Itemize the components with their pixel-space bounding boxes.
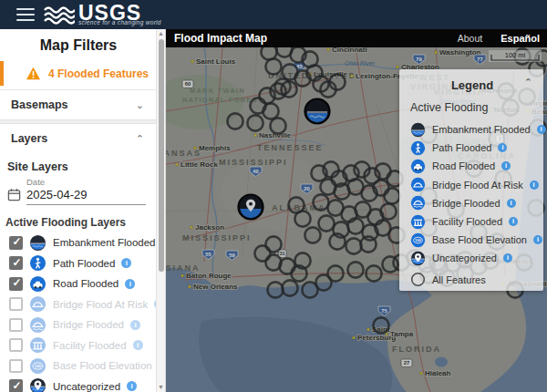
cluster-marker[interactable] [329, 74, 345, 89]
app-nav: AboutEspañol [458, 33, 540, 44]
svg-text:75: 75 [381, 308, 387, 314]
cluster-marker[interactable] [360, 236, 376, 252]
nav-link-espaol[interactable]: Español [501, 33, 540, 44]
svg-text:40: 40 [253, 169, 258, 174]
date-picker[interactable]: Date 2025-04-29 [0, 175, 157, 205]
usgs-tagline: science for a changing world [78, 19, 161, 26]
map-label: Memphis [199, 144, 231, 152]
scroll-up-icon[interactable]: ▲ [157, 29, 165, 38]
info-icon[interactable]: i [501, 161, 511, 170]
cluster-marker[interactable] [347, 262, 363, 277]
usgs-logo[interactable]: USGS science for a changing world [44, 4, 161, 26]
cluster-marker[interactable] [329, 233, 345, 249]
cluster-marker[interactable] [270, 118, 285, 133]
menu-icon[interactable] [16, 8, 35, 21]
cluster-marker[interactable] [227, 113, 243, 129]
path-icon [410, 140, 426, 156]
cluster-marker[interactable] [366, 265, 381, 281]
basemaps-accordion[interactable]: Basemaps ⌄ [0, 90, 157, 119]
embankment-icon [29, 234, 46, 252]
cluster-marker[interactable] [291, 265, 306, 281]
cluster-marker[interactable] [265, 58, 281, 74]
layer-checkbox[interactable] [9, 256, 23, 270]
flood-map[interactable]: Saint LouisUNITED STATESMARK TWAINNATION… [166, 47, 547, 392]
map-label: Tampa [390, 330, 414, 338]
layer-label: Bridge Flood At Risk [53, 299, 148, 310]
layer-checkbox[interactable] [9, 359, 23, 373]
pin-icon [410, 251, 426, 266]
info-icon[interactable]: i [533, 235, 542, 244]
scroll-down-icon[interactable]: ▼ [157, 383, 165, 392]
map-label: FLORIDA [392, 345, 441, 354]
cluster-marker[interactable] [288, 197, 304, 212]
legend-item-label: All Features [432, 274, 486, 285]
info-icon[interactable]: i [498, 143, 507, 152]
svg-text:20: 20 [304, 186, 309, 191]
cluster-marker[interactable] [318, 215, 334, 231]
cluster-marker[interactable] [304, 227, 320, 242]
usgs-waves-icon [44, 5, 75, 26]
circle-outline-icon [410, 272, 426, 287]
info-icon[interactable]: i [130, 320, 140, 330]
cluster-marker[interactable] [327, 265, 343, 281]
cluster-marker[interactable] [247, 115, 263, 130]
path-icon [29, 254, 46, 272]
legend-item-bridge-flood-at-risk: Bridge Flood At Riski [410, 176, 534, 194]
embankment-flooded-marker[interactable] [305, 99, 330, 124]
sidebar-scrollbar[interactable]: ▲ ▼ [156, 29, 165, 392]
legend-collapse-icon[interactable]: ⌃ [524, 77, 532, 88]
layer-label: Embankment Flooded [53, 237, 156, 248]
info-icon[interactable]: i [121, 258, 131, 268]
layer-checkbox[interactable] [9, 379, 23, 392]
scrollbar-thumb[interactable] [159, 39, 165, 272]
cluster-marker[interactable] [373, 317, 388, 333]
layers-accordion[interactable]: Layers ⌃ [0, 124, 157, 153]
info-icon[interactable]: i [530, 181, 539, 190]
alert-text: 4 Flooded Features [48, 67, 149, 80]
route-shield: 60 [182, 80, 193, 88]
nav-link-about[interactable]: About [458, 33, 482, 44]
map-label: TENNESSEE [257, 143, 324, 152]
layer-label: Path Flooded [53, 258, 115, 269]
legend-title: Legend [451, 78, 493, 92]
layer-checkbox[interactable] [9, 297, 23, 311]
legend-item-label: Bridge Flooded [432, 198, 501, 209]
chevron-down-icon: ⌄ [136, 101, 144, 108]
cluster-marker[interactable] [282, 280, 297, 295]
layer-checkbox[interactable] [9, 236, 23, 250]
cluster-marker[interactable] [313, 194, 328, 210]
info-icon[interactable]: i [507, 199, 516, 208]
cluster-marker[interactable] [347, 218, 363, 233]
layer-checkbox[interactable] [9, 338, 23, 352]
info-icon[interactable]: i [127, 381, 137, 391]
layer-checkbox[interactable] [9, 277, 23, 291]
layer-label: Base Flood Elevation [53, 360, 152, 371]
date-field-value[interactable]: 2025-04-29 [26, 188, 146, 201]
layer-row-road-flooded: Road Floodedi [0, 273, 157, 294]
cluster-marker[interactable] [254, 245, 270, 261]
layer-label: Bridge Flooded [53, 319, 124, 330]
info-icon[interactable]: i [503, 253, 512, 263]
svg-text:100: 100 [415, 238, 421, 242]
active-flooding-layers-label: Active Flooding Layers [0, 205, 157, 232]
cluster-marker[interactable] [380, 203, 396, 219]
cluster-marker[interactable] [384, 188, 399, 203]
svg-text:59: 59 [229, 253, 235, 258]
pin-icon [29, 377, 46, 392]
map-label: MARK TWAIN [190, 87, 245, 95]
layer-checkbox[interactable] [9, 318, 23, 332]
cluster-marker[interactable] [346, 238, 361, 253]
info-icon[interactable]: i [537, 125, 546, 134]
road-icon [29, 275, 46, 293]
info-icon[interactable]: i [133, 340, 143, 350]
info-icon[interactable]: i [125, 279, 135, 289]
filters-sidebar: Map Filters 4 Flooded Features Basemaps … [0, 29, 166, 392]
uncategorized-marker[interactable] [239, 195, 263, 220]
cluster-marker[interactable] [302, 51, 317, 67]
cluster-marker[interactable] [267, 282, 283, 297]
info-icon[interactable]: i [509, 217, 518, 226]
legend-item-label: Embankment Flooded [432, 124, 531, 135]
map-label: Jackson [195, 223, 224, 232]
flooded-features-alert: 4 Flooded Features [0, 61, 157, 86]
cluster-marker[interactable] [281, 81, 296, 97]
